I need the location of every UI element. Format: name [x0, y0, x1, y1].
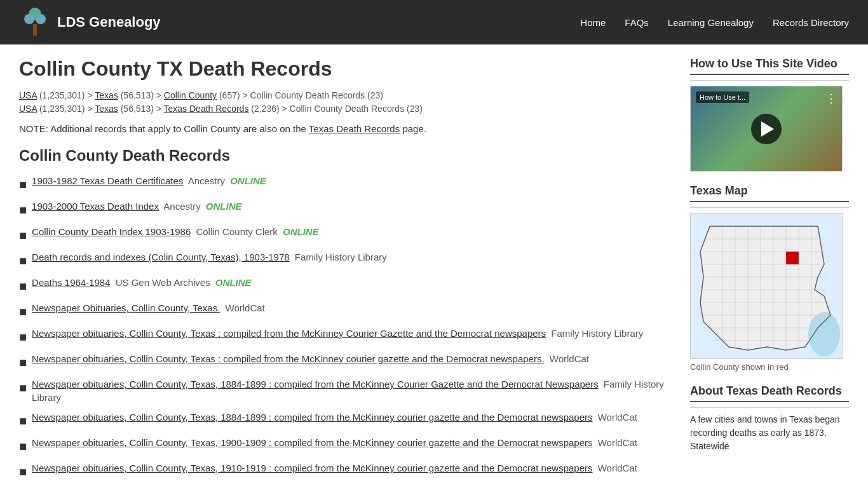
record-link[interactable]: Death records and indexes (Colin County,…: [32, 252, 290, 262]
logo-tree-icon: [19, 6, 51, 38]
main-nav: Home FAQs Learning Genealogy Records Dir…: [580, 17, 849, 28]
source-label: Collin County Clerk: [193, 226, 278, 237]
source-label: WorldCat: [547, 353, 589, 364]
note-text: NOTE: Additional records that apply to C…: [19, 123, 671, 134]
bullet-icon: ■: [19, 353, 27, 371]
texas-map-title: Texas Map: [690, 184, 849, 202]
list-item: ■Newspaper Obituaries, Collin County, Te…: [19, 301, 671, 320]
bullet-icon: ■: [19, 252, 27, 269]
breadcrumb-2: USA (1,235,301) > Texas (56,513) > Texas…: [19, 104, 671, 114]
bullet-icon: ■: [19, 277, 27, 295]
texas-death-records-link[interactable]: Texas Death Records: [309, 123, 400, 134]
about-section: About Texas Death Records A few cities a…: [690, 384, 849, 453]
record-link[interactable]: Newspaper obituaries, Collin County, Tex…: [32, 328, 546, 339]
logo-area[interactable]: LDS Genealogy: [19, 6, 161, 38]
breadcrumb-1: USA (1,235,301) > Texas (56,513) > Colli…: [19, 90, 671, 100]
bullet-icon: ■: [19, 201, 27, 219]
list-item: ■Newspaper obituaries, Collin County, Te…: [19, 436, 671, 455]
texas-map-section: Texas Map: [690, 184, 849, 372]
source-label: WorldCat: [222, 302, 264, 313]
nav-learning-genealogy[interactable]: Learning Genealogy: [668, 17, 754, 28]
main-content: Collin County TX Death Records USA (1,23…: [19, 57, 671, 487]
about-title: About Texas Death Records: [690, 384, 849, 402]
source-label: WorldCat: [595, 437, 637, 448]
record-link[interactable]: Newspaper obituaries, Collin County, Tex…: [32, 353, 545, 364]
list-item: ■Newspaper obituaries, Collin County, Te…: [19, 461, 671, 480]
source-label: US Gen Web Archives: [113, 277, 210, 288]
nav-records-directory[interactable]: Records Directory: [773, 17, 849, 28]
records-list: ■1903-1982 Texas Death Certificates Ance…: [19, 174, 671, 480]
bullet-icon: ■: [19, 328, 27, 346]
source-label: Ancestry: [161, 201, 201, 212]
bullet-icon: ■: [19, 412, 27, 430]
breadcrumb-texas-2[interactable]: Texas: [95, 104, 118, 114]
record-link[interactable]: Newspaper obituaries, Collin County, Tex…: [32, 437, 592, 448]
bullet-icon: ■: [19, 175, 27, 193]
list-item: ■Newspaper obituaries, Collin County, Te…: [19, 410, 671, 430]
logo-label: LDS Genealogy: [57, 14, 161, 30]
page-title: Collin County TX Death Records: [19, 57, 671, 81]
video-title-bar: How to Use t...: [696, 92, 749, 103]
breadcrumb-usa-2[interactable]: USA: [19, 104, 37, 114]
breadcrumb-texas-1[interactable]: Texas: [95, 90, 118, 100]
content-wrapper: Collin County TX Death Records USA (1,23…: [0, 44, 868, 488]
svg-rect-23: [786, 252, 799, 264]
online-badge: ONLINE: [280, 226, 319, 237]
list-item: ■Collin County Death Index 1903-1986 Col…: [19, 225, 671, 244]
site-header: LDS Genealogy Home FAQs Learning Genealo…: [0, 0, 868, 44]
bullet-icon: ■: [19, 226, 27, 244]
texas-map: [690, 213, 843, 359]
source-label: WorldCat: [595, 463, 637, 473]
online-badge: ONLINE: [227, 175, 266, 186]
record-link[interactable]: 1903-2000 Texas Death Index: [32, 201, 159, 212]
nav-home[interactable]: Home: [580, 17, 606, 28]
online-badge: ONLINE: [213, 277, 252, 288]
bullet-icon: ■: [19, 437, 27, 455]
record-link[interactable]: 1903-1982 Texas Death Certificates: [32, 175, 183, 186]
svg-point-1: [24, 14, 34, 24]
record-link[interactable]: Newspaper obituaries, Collin County, Tex…: [32, 463, 592, 473]
source-label: Ancestry: [186, 175, 225, 186]
record-link[interactable]: Deaths 1964-1984: [32, 277, 110, 288]
source-label: Family History Library: [292, 252, 387, 262]
video-menu-icon[interactable]: ⋮: [825, 92, 837, 105]
list-item: ■Newspaper obituaries, Collin County, Te…: [19, 352, 671, 371]
list-item: ■1903-1982 Texas Death Certificates Ance…: [19, 174, 671, 193]
bullet-icon: ■: [19, 302, 27, 320]
list-item: ■Newspaper obituaries, Collin County, Te…: [19, 327, 671, 346]
list-item: ■1903-2000 Texas Death Index Ancestry ON…: [19, 200, 671, 219]
record-link[interactable]: Collin County Death Index 1903-1986: [32, 226, 191, 237]
record-link[interactable]: Newspaper obituaries, Collin County, Tex…: [32, 379, 599, 390]
online-badge: ONLINE: [203, 201, 242, 212]
record-link[interactable]: Newspaper obituaries, Collin County, Tex…: [32, 412, 592, 423]
play-button[interactable]: [751, 114, 782, 144]
sidebar: How to Use This Site Video How to Use t.…: [690, 57, 849, 487]
list-item: ■Newspaper obituaries, Collin County, Te…: [19, 377, 671, 404]
video-section-title: How to Use This Site Video: [690, 57, 849, 75]
about-text: A few cities and towns in Texas began re…: [690, 413, 849, 453]
video-section: How to Use This Site Video How to Use t.…: [690, 57, 849, 172]
video-thumbnail[interactable]: How to Use t... ⋮: [690, 86, 843, 172]
map-caption: Collin County shown in red: [690, 362, 849, 372]
nav-faqs[interactable]: FAQs: [625, 17, 649, 28]
source-label: Family History Library: [548, 328, 643, 339]
svg-point-2: [36, 14, 46, 24]
section-heading: Collin County Death Records: [19, 147, 671, 165]
bullet-icon: ■: [19, 379, 27, 396]
breadcrumb-collin-county[interactable]: Collin County: [164, 90, 217, 100]
divider-map: [690, 207, 849, 208]
list-item: ■Deaths 1964-1984 US Gen Web Archives ON…: [19, 276, 671, 295]
svg-rect-3: [33, 24, 37, 36]
list-item: ■Death records and indexes (Colin County…: [19, 250, 671, 269]
breadcrumb-texas-death-records[interactable]: Texas Death Records: [164, 104, 249, 114]
texas-map-svg: [691, 214, 843, 359]
source-label: WorldCat: [595, 412, 637, 423]
divider-video: [690, 80, 849, 81]
play-arrow-icon: [761, 121, 774, 137]
bullet-icon: ■: [19, 463, 27, 480]
record-link[interactable]: Newspaper Obituaries, Collin County, Tex…: [32, 302, 220, 313]
divider-about: [690, 407, 849, 408]
video-thumb-inner: How to Use t... ⋮: [691, 86, 842, 171]
breadcrumb-usa-1[interactable]: USA: [19, 90, 37, 100]
